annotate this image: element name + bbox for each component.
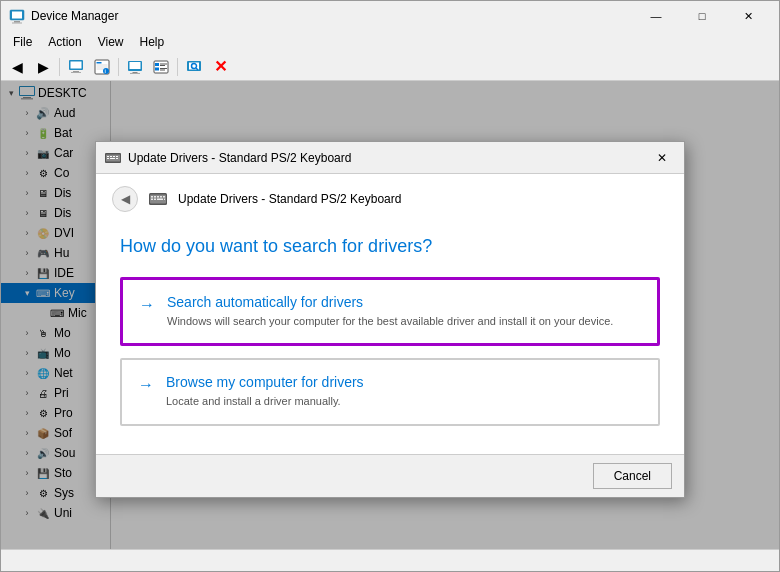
- dialog-close-button[interactable]: ✕: [648, 147, 676, 169]
- device-manager-toolbar-button[interactable]: [64, 56, 88, 78]
- svg-rect-47: [157, 196, 159, 198]
- close-button[interactable]: ✕: [725, 1, 771, 31]
- cancel-button[interactable]: Cancel: [593, 463, 672, 489]
- svg-rect-19: [154, 61, 168, 73]
- svg-rect-46: [154, 196, 156, 198]
- svg-rect-6: [73, 71, 79, 72]
- svg-rect-2: [14, 21, 20, 23]
- browse-description: Locate and install a driver manually.: [166, 394, 364, 409]
- svg-rect-49: [163, 196, 165, 198]
- svg-rect-12: [97, 68, 104, 69]
- window-title: Device Manager: [31, 9, 633, 23]
- svg-rect-18: [130, 73, 140, 74]
- svg-rect-53: [164, 199, 165, 201]
- svg-rect-3: [12, 23, 22, 24]
- dialog-title-bar: Update Drivers - Standard PS/2 Keyboard …: [96, 142, 684, 174]
- app-icon: [9, 8, 25, 24]
- svg-rect-21: [160, 63, 167, 64]
- toolbar-separator-2: [118, 58, 119, 76]
- dialog-body: How do you want to search for drivers? →…: [96, 220, 684, 454]
- browse-manually-option[interactable]: → Browse my computer for drivers Locate …: [120, 358, 660, 425]
- auto-search-content: Search automatically for drivers Windows…: [167, 294, 613, 329]
- svg-rect-50: [151, 199, 153, 201]
- minimize-button[interactable]: —: [633, 1, 679, 31]
- dialog-overlay: Update Drivers - Standard PS/2 Keyboard …: [1, 81, 779, 549]
- dialog-title-icon: [104, 149, 122, 167]
- svg-rect-23: [155, 67, 159, 70]
- svg-rect-52: [157, 199, 163, 201]
- toolbar-separator-1: [59, 58, 60, 76]
- keyboard-icon: [148, 189, 168, 209]
- svg-rect-7: [71, 72, 81, 73]
- svg-rect-22: [160, 65, 165, 66]
- title-bar: Device Manager — □ ✕: [1, 1, 779, 31]
- menu-action[interactable]: Action: [40, 33, 89, 51]
- menu-help[interactable]: Help: [132, 33, 173, 51]
- svg-rect-40: [107, 158, 109, 159]
- svg-rect-9: [97, 62, 102, 64]
- svg-rect-24: [160, 68, 167, 69]
- dialog-title-text: Update Drivers - Standard PS/2 Keyboard: [128, 151, 648, 165]
- toolbar: ◀ ▶ i: [1, 53, 779, 81]
- auto-search-title: Search automatically for drivers: [167, 294, 613, 310]
- svg-rect-16: [130, 62, 141, 69]
- svg-rect-51: [154, 199, 156, 201]
- menu-view[interactable]: View: [90, 33, 132, 51]
- svg-rect-1: [12, 12, 22, 19]
- remove-toolbar-button[interactable]: ✕: [208, 56, 232, 78]
- svg-rect-45: [151, 196, 153, 198]
- menu-bar: File Action View Help: [1, 31, 779, 53]
- dialog-back-button[interactable]: ◀: [112, 186, 138, 212]
- browse-title: Browse my computer for drivers: [166, 374, 364, 390]
- svg-rect-39: [116, 156, 118, 157]
- svg-rect-17: [133, 72, 138, 73]
- back-toolbar-button[interactable]: ◀: [5, 56, 29, 78]
- svg-rect-5: [71, 61, 82, 68]
- browse-arrow-icon: →: [138, 376, 154, 394]
- svg-rect-48: [160, 196, 162, 198]
- svg-rect-25: [160, 69, 165, 70]
- auto-search-description: Windows will search your computer for th…: [167, 314, 613, 329]
- svg-rect-10: [97, 64, 108, 65]
- dialog-question: How do you want to search for drivers?: [120, 236, 660, 257]
- status-bar: [1, 549, 779, 571]
- maximize-button[interactable]: □: [679, 1, 725, 31]
- browse-content: Browse my computer for drivers Locate an…: [166, 374, 364, 409]
- search-automatically-option[interactable]: → Search automatically for drivers Windo…: [120, 277, 660, 346]
- menu-file[interactable]: File: [5, 33, 40, 51]
- svg-rect-38: [113, 156, 115, 157]
- properties-toolbar-button[interactable]: i: [90, 56, 114, 78]
- forward-toolbar-button[interactable]: ▶: [31, 56, 55, 78]
- svg-rect-36: [107, 156, 109, 157]
- main-area: ▾ DESKTC › 🔊 Aud › 🔋: [1, 81, 779, 549]
- computer-toolbar-button[interactable]: [123, 56, 147, 78]
- toolbar-separator-3: [177, 58, 178, 76]
- svg-rect-20: [155, 63, 159, 66]
- auto-search-arrow-icon: →: [139, 296, 155, 314]
- dialog-footer: Cancel: [96, 454, 684, 497]
- svg-rect-41: [110, 158, 115, 159]
- dialog-header: ◀: [96, 174, 684, 220]
- list-toolbar-button[interactable]: [149, 56, 173, 78]
- scan-toolbar-button[interactable]: [182, 56, 206, 78]
- svg-rect-37: [110, 156, 112, 157]
- dialog-subtitle: Update Drivers - Standard PS/2 Keyboard: [178, 192, 401, 206]
- update-drivers-dialog: Update Drivers - Standard PS/2 Keyboard …: [95, 141, 685, 498]
- svg-rect-42: [116, 158, 118, 159]
- device-manager-window: Device Manager — □ ✕ File Action View He…: [0, 0, 780, 572]
- window-controls: — □ ✕: [633, 1, 771, 31]
